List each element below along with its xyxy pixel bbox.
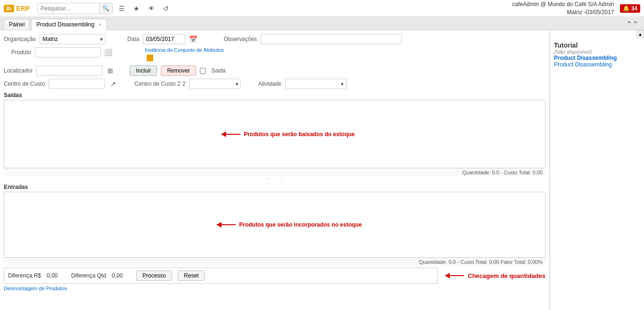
content-area: Organização Matriz ▼ Data 📅 Observações … bbox=[0, 30, 550, 310]
atividade-select-wrapper: ▼ bbox=[285, 79, 347, 89]
divider-handle-2[interactable]: ··· bbox=[280, 176, 283, 181]
tabs-left: Painel Product Disassembling × bbox=[4, 19, 108, 30]
tab-painel-label: Painel bbox=[9, 21, 25, 28]
tab-close-icon[interactable]: × bbox=[98, 22, 101, 27]
menu-icon-button[interactable]: ☰ bbox=[116, 4, 127, 13]
search-box[interactable]: 🔍 bbox=[37, 3, 113, 14]
centro-custo-open-icon[interactable]: ↗ bbox=[109, 80, 117, 88]
saidas-annotation: Produtos que serão baixados do estoque bbox=[221, 131, 355, 138]
entradas-section-label: Entradas bbox=[4, 184, 545, 190]
star-icon-button[interactable]: ★ bbox=[131, 4, 142, 13]
eye-icon-button[interactable]: 👁 bbox=[146, 4, 157, 13]
localizador-label: Localizador bbox=[4, 67, 33, 74]
sidebar-content: Tutorial (Não disponível) Product Disass… bbox=[554, 41, 640, 68]
produto-open-icon[interactable]: ⬜ bbox=[103, 48, 114, 57]
tab-painel[interactable]: Painel bbox=[4, 19, 30, 30]
divider-handle-1[interactable]: ··· bbox=[266, 176, 270, 181]
centro-custo-2-select[interactable] bbox=[189, 79, 241, 89]
sidebar-link-bold[interactable]: Product Disassembling bbox=[554, 55, 640, 61]
atividade-label: Atividade bbox=[258, 81, 281, 87]
form-row-2: Produto ⬜ Instância do Conjunto de Atrib… bbox=[4, 47, 545, 63]
organizacao-select-wrapper: Matriz ▼ bbox=[40, 34, 106, 44]
centro-custo-2-select-wrapper: ▼ bbox=[189, 79, 241, 89]
form-row-4: Centro de Custo ↗ Centro de Custo 2 2 ▼ … bbox=[4, 79, 545, 89]
sidebar: ▲ Tutorial (Não disponível) Product Disa… bbox=[550, 30, 644, 310]
search-input[interactable] bbox=[38, 5, 99, 12]
tab-active-label: Product Disassembling bbox=[36, 21, 94, 28]
centro-custo-2-number: 2 bbox=[182, 81, 186, 87]
centro-custo-input[interactable] bbox=[49, 79, 105, 89]
checagem-annotation-text: Checagem de quantidades bbox=[468, 272, 545, 279]
data-label: Data bbox=[127, 36, 139, 42]
form-row-1: Organização Matriz ▼ Data 📅 Observações bbox=[4, 34, 545, 44]
diferenca-qtd-value: 0,00 bbox=[112, 272, 131, 279]
diferenca-qtd-label: Diferença Qtd bbox=[71, 272, 106, 279]
sidebar-scroll-up-button[interactable]: ▲ bbox=[636, 30, 644, 38]
tabs-right: ⌃⌃ bbox=[624, 19, 640, 30]
reset-button[interactable]: Reset bbox=[178, 270, 205, 281]
localizador-icon-btn[interactable]: ⊞ bbox=[106, 66, 115, 75]
instancia-group: Instância do Conjunto de Atributos bbox=[145, 47, 224, 63]
bottom-bar: Diferença R$ 0,00 Diferença Qtd 0,00 Pro… bbox=[4, 268, 438, 284]
orange-square-indicator bbox=[147, 55, 153, 61]
navbar-right: cafeAdmin @ Mundo do Café S/A Admin Matr… bbox=[512, 0, 640, 16]
centro-custo-2-label: Centro de Custo 2 bbox=[134, 81, 180, 87]
alert-count: 34 bbox=[631, 5, 637, 12]
alert-icon: 🔔 bbox=[623, 5, 630, 12]
entradas-footer: Quantidade: 0.0 - Custo Total: 0,00 Fato… bbox=[4, 258, 545, 266]
navbar-left: Br ERP 🔍 ☰ ★ 👁 ↺ bbox=[4, 3, 171, 14]
saida-checkbox[interactable] bbox=[200, 68, 206, 74]
saidas-grid: Produtos que serão baixados do estoque bbox=[4, 100, 545, 168]
atividade-select[interactable] bbox=[285, 79, 347, 89]
remover-button[interactable]: Remover bbox=[161, 65, 196, 76]
organizacao-label: Organização bbox=[4, 36, 36, 42]
diferenca-rs-label: Diferença R$ bbox=[8, 272, 41, 279]
logo-text: ERP bbox=[16, 5, 30, 12]
saida-label: Saida bbox=[211, 67, 226, 74]
instancia-link[interactable]: Instância do Conjunto de Atributos bbox=[145, 47, 224, 53]
user-info: cafeAdmin @ Mundo do Café S/A Admin Matr… bbox=[512, 0, 614, 16]
checagem-arrow-icon bbox=[445, 275, 464, 276]
incluir-button[interactable]: Incluir bbox=[130, 65, 157, 76]
saidas-section-label: Saidas bbox=[4, 92, 545, 98]
checagem-annotation-row: Checagem de quantidades bbox=[445, 272, 545, 279]
organizacao-select[interactable]: Matriz bbox=[40, 34, 106, 44]
main-layout: Organização Matriz ▼ Data 📅 Observações … bbox=[0, 30, 644, 310]
bottom-section: Diferença R$ 0,00 Diferença Qtd 0,00 Pro… bbox=[4, 266, 545, 284]
logo-area: Br ERP bbox=[4, 5, 30, 12]
saidas-footer: Quantidade: 0.0 - Custo Total: 0,00 bbox=[4, 168, 545, 176]
calendar-icon[interactable]: 📅 bbox=[189, 35, 197, 43]
sidebar-title: Tutorial bbox=[554, 41, 640, 49]
diferenca-rs-value: 0,00 bbox=[47, 272, 66, 279]
tabs-bar: Painel Product Disassembling × ⌃⌃ bbox=[0, 17, 644, 30]
data-input[interactable] bbox=[143, 34, 185, 44]
processo-button[interactable]: Processo bbox=[136, 270, 172, 281]
divider-row: ··· ··· bbox=[4, 176, 545, 181]
refresh-icon-button[interactable]: ↺ bbox=[161, 4, 171, 13]
navbar: Br ERP 🔍 ☰ ★ 👁 ↺ cafeAdmin @ Mundo do Ca… bbox=[0, 0, 644, 17]
footer-link[interactable]: Desmontagem de Produtos bbox=[4, 286, 67, 291]
observacoes-input[interactable] bbox=[261, 34, 402, 44]
produto-label: Produto bbox=[4, 49, 31, 56]
sidebar-not-available: (Não disponível) bbox=[554, 49, 640, 55]
sidebar-resize-handle[interactable] bbox=[550, 30, 553, 310]
user-line1: cafeAdmin @ Mundo do Café S/A Admin bbox=[512, 0, 614, 8]
entradas-grid: Produtos que serão incorporados no estoq… bbox=[4, 192, 545, 258]
user-line2: Matriz -03/05/2017 bbox=[512, 8, 614, 16]
observacoes-label: Observações bbox=[223, 36, 257, 42]
tab-product-disassembling[interactable]: Product Disassembling × bbox=[31, 19, 107, 30]
produto-field-group: ⬜ bbox=[35, 47, 114, 57]
logo-box: Br bbox=[4, 5, 14, 12]
form-row-3: Localizador ⊞ Incluir Remover Saida bbox=[4, 65, 545, 76]
entradas-arrow-icon bbox=[216, 224, 235, 225]
alert-badge[interactable]: 🔔 34 bbox=[620, 4, 640, 13]
localizador-input[interactable] bbox=[36, 65, 102, 76]
entradas-annotation: Produtos que serão incorporados no estoq… bbox=[216, 221, 362, 228]
search-button[interactable]: 🔍 bbox=[99, 3, 112, 14]
produto-input[interactable] bbox=[35, 47, 101, 57]
sidebar-link-normal[interactable]: Product Disassembling bbox=[554, 61, 640, 68]
collapse-tabs-button[interactable]: ⌃⌃ bbox=[624, 19, 640, 30]
centro-custo-label: Centro de Custo bbox=[4, 81, 45, 87]
saidas-arrow-icon bbox=[221, 134, 240, 135]
